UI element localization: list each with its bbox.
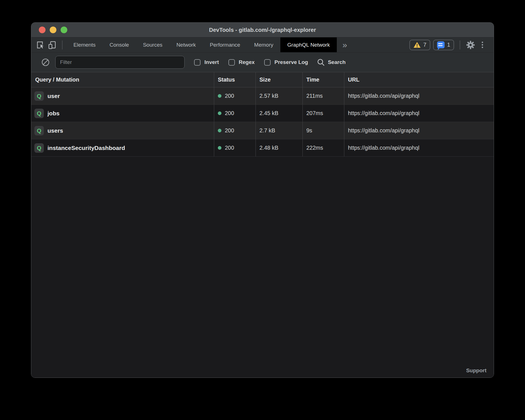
- column-header-status[interactable]: Status: [214, 72, 256, 87]
- device-toolbar-button[interactable]: [46, 39, 58, 51]
- query-cell: Q jobs: [31, 105, 214, 122]
- status-cell: 200: [214, 87, 256, 104]
- time-cell: 9s: [303, 122, 344, 139]
- status-ok-dot-icon: [218, 146, 221, 150]
- warnings-badge[interactable]: 7: [409, 40, 430, 50]
- status-code: 200: [225, 127, 234, 134]
- size-cell: 2.57 kB: [256, 87, 303, 104]
- tabbar-spacer: [353, 37, 409, 52]
- invert-checkbox[interactable]: [194, 59, 201, 66]
- column-header-size[interactable]: Size: [256, 72, 303, 87]
- size-cell: 2.48 kB: [256, 139, 303, 156]
- url-cell: https://gitlab.com/api/graphql: [344, 105, 494, 122]
- preserve-log-checkbox[interactable]: [264, 59, 271, 66]
- content-filler: Support: [31, 157, 494, 378]
- devtools-tabbar: Elements Console Sources Network Perform…: [31, 37, 494, 52]
- query-type-badge: Q: [34, 91, 44, 101]
- window-title: DevTools - gitlab.com/-/graphql-explorer: [31, 27, 494, 33]
- table-header: Query / Mutation Status Size Time URL: [31, 72, 494, 87]
- tab-memory[interactable]: Memory: [247, 37, 280, 52]
- regex-checkbox[interactable]: [228, 59, 235, 66]
- status-ok-dot-icon: [218, 94, 221, 98]
- search-icon: [317, 58, 325, 66]
- tab-graphql-network[interactable]: GraphQL Network: [280, 37, 337, 52]
- badge-divider: [460, 40, 460, 49]
- status-code: 200: [225, 145, 234, 151]
- invert-checkbox-group: Invert: [194, 59, 219, 66]
- issues-count: 1: [447, 42, 450, 48]
- query-type-badge: Q: [34, 109, 44, 118]
- table-row[interactable]: Q user 200 2.57 kB 211ms https://gitlab.…: [31, 87, 494, 105]
- status-cell: 200: [214, 122, 256, 139]
- query-name: jobs: [47, 110, 59, 117]
- status-code: 200: [225, 93, 234, 99]
- status-cell: 200: [214, 139, 256, 156]
- titlebar: DevTools - gitlab.com/-/graphql-explorer: [31, 23, 494, 37]
- tab-console[interactable]: Console: [102, 37, 136, 52]
- device-toolbar-icon: [48, 41, 56, 49]
- tab-sources[interactable]: Sources: [136, 37, 170, 52]
- block-icon: [41, 58, 50, 67]
- url-cell: https://gitlab.com/api/graphql: [344, 122, 494, 139]
- regex-checkbox-group: Regex: [228, 59, 255, 66]
- preserve-log-checkbox-group: Preserve Log: [264, 59, 308, 66]
- size-cell: 2.7 kB: [256, 122, 303, 139]
- url-cell: https://gitlab.com/api/graphql: [344, 87, 494, 104]
- settings-button[interactable]: [465, 39, 476, 51]
- query-type-badge: Q: [34, 143, 44, 153]
- table-row[interactable]: Q instanceSecurityDashboard 200 2.48 kB …: [31, 139, 494, 157]
- inspect-cursor-icon: [36, 41, 45, 49]
- tab-performance[interactable]: Performance: [203, 37, 247, 52]
- preserve-log-label: Preserve Log: [275, 59, 308, 65]
- status-ok-dot-icon: [218, 129, 221, 132]
- kebab-dot: [482, 42, 483, 43]
- query-cell: Q user: [31, 87, 214, 104]
- tabbar-right-margin: [488, 37, 494, 52]
- more-options-button[interactable]: [476, 39, 488, 51]
- filter-toolbar: Invert Regex Preserve Log Search: [31, 52, 494, 72]
- column-header-url[interactable]: URL: [344, 72, 494, 87]
- search-button[interactable]: Search: [317, 58, 345, 66]
- size-cell: 2.45 kB: [256, 105, 303, 122]
- more-tabs-button[interactable]: »: [337, 37, 353, 52]
- tab-elements[interactable]: Elements: [66, 37, 102, 52]
- time-cell: 207ms: [303, 105, 344, 122]
- query-name: user: [47, 93, 60, 99]
- status-code: 200: [225, 110, 234, 116]
- tab-network[interactable]: Network: [170, 37, 203, 52]
- warnings-count: 7: [423, 42, 426, 48]
- kebab-dot: [482, 47, 483, 48]
- url-cell: https://gitlab.com/api/graphql: [344, 139, 494, 156]
- query-name: users: [47, 127, 63, 134]
- filter-input[interactable]: [55, 56, 185, 69]
- time-cell: 222ms: [303, 139, 344, 156]
- column-header-query[interactable]: Query / Mutation: [31, 72, 214, 87]
- table-row[interactable]: Q users 200 2.7 kB 9s https://gitlab.com…: [31, 122, 494, 139]
- query-name: instanceSecurityDashboard: [47, 145, 125, 151]
- issues-badge[interactable]: 1: [433, 40, 454, 50]
- devtools-window: DevTools - gitlab.com/-/graphql-explorer…: [31, 22, 494, 378]
- invert-label: Invert: [204, 59, 219, 65]
- query-cell: Q users: [31, 122, 214, 139]
- inspect-element-button[interactable]: [35, 39, 46, 51]
- table-row[interactable]: Q jobs 200 2.45 kB 207ms https://gitlab.…: [31, 105, 494, 122]
- query-type-badge: Q: [34, 126, 44, 135]
- regex-label: Regex: [239, 59, 255, 65]
- kebab-dot: [482, 44, 483, 46]
- warning-triangle-icon: [413, 42, 421, 48]
- status-cell: 200: [214, 105, 256, 122]
- clear-requests-button[interactable]: [40, 56, 51, 68]
- gear-icon: [466, 40, 475, 49]
- message-bubble-icon: [437, 41, 445, 48]
- query-cell: Q instanceSecurityDashboard: [31, 139, 214, 156]
- time-cell: 211ms: [303, 87, 344, 104]
- support-link[interactable]: Support: [466, 367, 486, 374]
- status-ok-dot-icon: [218, 111, 221, 115]
- search-label: Search: [328, 59, 345, 65]
- toolbar-divider: [62, 40, 63, 49]
- column-header-time[interactable]: Time: [303, 72, 344, 87]
